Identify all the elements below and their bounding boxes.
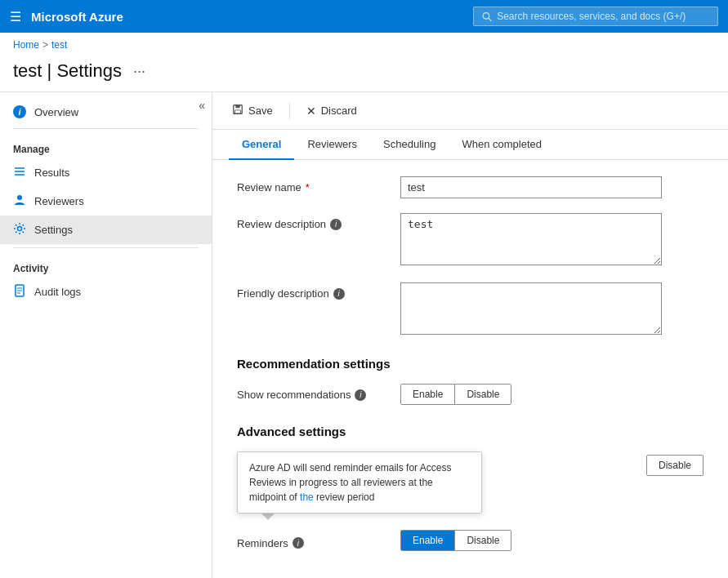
breadcrumb-home[interactable]: Home: [13, 39, 39, 51]
results-icon: [13, 165, 26, 180]
advanced-disable-toggle: Disable: [646, 455, 703, 476]
form-row-review-name: Review name *: [237, 176, 703, 198]
sidebar-divider-2: [13, 247, 199, 248]
breadcrumb-test[interactable]: test: [51, 39, 67, 51]
reminders-toggle-area: Enable Disable: [400, 530, 511, 551]
tab-reviewers[interactable]: Reviewers: [294, 130, 370, 160]
sidebar-item-results-label: Results: [34, 167, 69, 179]
reminder-tooltip-text: Azure AD will send reminder emails for A…: [249, 462, 451, 503]
friendly-description-label: Friendly description i: [237, 282, 384, 300]
discard-label: Discard: [321, 104, 357, 117]
advanced-disable-button[interactable]: Disable: [647, 456, 703, 475]
reminder-tooltip-link[interactable]: the: [300, 491, 314, 503]
sidebar-section-activity: Activity: [0, 251, 212, 278]
sidebar: « i Overview Manage Results: [0, 92, 212, 578]
tooltip-arrow: [261, 514, 275, 520]
review-description-control: test: [400, 213, 662, 268]
show-rec-info-icon[interactable]: i: [355, 389, 366, 401]
sidebar-divider-1: [13, 128, 199, 129]
sidebar-item-reviewers-label: Reviewers: [34, 195, 84, 207]
friendly-description-info-icon[interactable]: i: [333, 288, 345, 300]
sidebar-collapse-button[interactable]: «: [199, 99, 205, 112]
overview-icon: i: [13, 105, 26, 118]
sidebar-item-audit-logs-label: Audit logs: [34, 286, 81, 298]
page-wrapper: Home > test test | Settings ··· « i Over…: [0, 33, 728, 578]
breadcrumb-sep: >: [42, 39, 48, 51]
page-title-name: test: [13, 60, 42, 81]
reminders-enable-button[interactable]: Enable: [401, 531, 454, 550]
tab-scheduling[interactable]: Scheduling: [370, 130, 449, 160]
advanced-disable-toggle-area: Disable: [646, 451, 703, 476]
reminders-label: Reminders i: [237, 532, 384, 549]
search-bar[interactable]: [473, 7, 718, 26]
review-name-control: [400, 176, 662, 198]
svg-rect-12: [235, 105, 239, 109]
review-name-input[interactable]: [400, 176, 662, 198]
sidebar-item-overview[interactable]: i Overview: [0, 99, 212, 125]
sidebar-item-settings[interactable]: Settings: [0, 216, 212, 244]
discard-button[interactable]: ✕ Discard: [303, 101, 360, 121]
save-label: Save: [248, 104, 273, 117]
reminders-row: Reminders i Enable Disable: [237, 530, 703, 551]
tab-general[interactable]: General: [229, 130, 294, 160]
page-title: test | Settings: [13, 60, 122, 82]
tabs: General Reviewers Scheduling When comple…: [212, 130, 728, 160]
reminders-disable-button[interactable]: Disable: [454, 531, 511, 550]
required-indicator: *: [306, 181, 310, 193]
audit-logs-icon: [13, 284, 26, 300]
toolbar-divider: [289, 103, 290, 119]
sidebar-item-audit-logs[interactable]: Audit logs: [0, 278, 212, 306]
review-description-info-icon[interactable]: i: [330, 219, 342, 230]
toolbar: Save ✕ Discard: [212, 92, 728, 130]
sidebar-section-manage: Manage: [0, 132, 212, 158]
show-recommendations-label: Show recommendations i: [237, 384, 384, 401]
friendly-description-control: [400, 282, 662, 337]
reviewers-icon: [13, 193, 26, 209]
review-description-input[interactable]: test: [400, 213, 662, 265]
app-title: Microsoft Azure: [31, 10, 463, 24]
page-title-row: test | Settings ···: [0, 57, 728, 91]
show-recommendations-control: Enable Disable: [400, 384, 662, 405]
form-row-show-recommendations: Show recommendations i Enable Disable: [237, 384, 703, 405]
tab-when-completed[interactable]: When completed: [449, 130, 555, 160]
form-area: Review name * Review description i test: [212, 160, 728, 567]
svg-point-0: [483, 12, 489, 19]
more-options-button[interactable]: ···: [128, 61, 150, 82]
show-rec-disable-button[interactable]: Disable: [454, 385, 511, 404]
reminders-info-icon[interactable]: i: [293, 537, 304, 549]
review-name-label: Review name *: [237, 176, 384, 193]
save-icon: [232, 104, 243, 118]
page-title-separator: |: [47, 60, 57, 81]
discard-icon: ✕: [306, 104, 316, 118]
sidebar-item-settings-label: Settings: [34, 224, 73, 236]
show-rec-enable-button[interactable]: Enable: [401, 385, 454, 404]
breadcrumb: Home > test: [0, 33, 728, 57]
sidebar-item-results[interactable]: Results: [0, 158, 212, 187]
save-button[interactable]: Save: [229, 100, 276, 121]
show-recommendations-toggle: Enable Disable: [400, 384, 511, 405]
form-row-friendly-description: Friendly description i: [237, 282, 703, 337]
review-description-label: Review description i: [237, 213, 384, 230]
svg-line-1: [489, 18, 491, 20]
advanced-settings-header: Advanced settings: [237, 425, 703, 438]
hamburger-icon[interactable]: ☰: [10, 9, 21, 24]
search-icon: [482, 11, 492, 22]
sidebar-item-overview-label: Overview: [34, 106, 78, 118]
friendly-description-input[interactable]: [400, 282, 662, 335]
top-nav: ☰ Microsoft Azure: [0, 0, 728, 33]
reminders-toggle: Enable Disable: [400, 530, 511, 551]
form-row-review-description: Review description i test: [237, 213, 703, 268]
page-title-section: Settings: [56, 60, 122, 81]
reminder-tooltip-area: Azure AD will send reminder emails for A…: [237, 451, 633, 520]
svg-point-5: [17, 195, 22, 200]
content-area: Save ✕ Discard General Reviewers Schedul…: [212, 92, 728, 578]
search-input[interactable]: [497, 11, 709, 22]
recommendation-settings-header: Recommendation settings: [237, 357, 703, 371]
settings-icon: [13, 222, 26, 238]
sidebar-item-reviewers[interactable]: Reviewers: [0, 187, 212, 216]
svg-point-6: [18, 227, 22, 231]
reminder-tooltip-callout: Azure AD will send reminder emails for A…: [237, 451, 482, 514]
main-layout: « i Overview Manage Results: [0, 91, 728, 578]
